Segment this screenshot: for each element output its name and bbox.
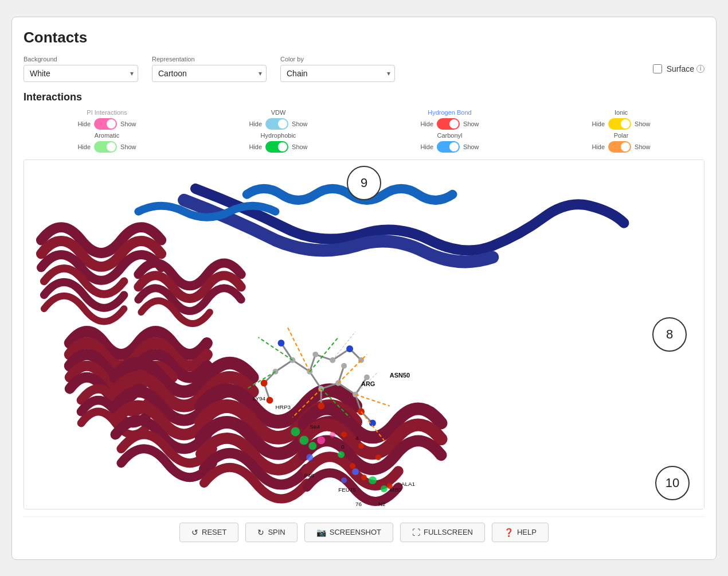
interactions-grid: PI Interactions Hide Show VDW Hide: [24, 109, 704, 153]
surface-label: Surface i: [667, 64, 704, 73]
surface-info-icon[interactable]: i: [696, 65, 704, 73]
hbond-name: Hydrogen Bond: [428, 109, 471, 116]
svg-text:4: 4: [355, 435, 359, 441]
hydrophobic-show-label: Show: [292, 143, 308, 150]
svg-point-72: [341, 431, 347, 437]
colorby-select-wrapper[interactable]: Chain Residue Secondary Structure B-fact…: [280, 65, 395, 82]
svg-point-34: [341, 363, 347, 368]
badge-10: 10: [655, 466, 690, 500]
svg-point-63: [308, 442, 316, 450]
svg-point-25: [312, 351, 318, 357]
vdw-toggle-row: Hide Show: [249, 118, 307, 130]
svg-text:Se4: Se4: [310, 423, 320, 430]
svg-point-32: [346, 345, 353, 352]
ionic-name: Ionic: [615, 109, 628, 116]
svg-point-66: [381, 485, 388, 492]
svg-text:76: 76: [355, 500, 362, 507]
polar-show-label: Show: [635, 143, 651, 150]
representation-control: Representation Cartoon Ball+Stick Surfac…: [152, 56, 267, 82]
aromatic-show-label: Show: [120, 143, 136, 150]
background-select[interactable]: White Black Gray: [24, 65, 138, 82]
viewer-area[interactable]: ARG ASN50 LY94 HRP3 Se4 2. 4 0 P46 FEU75…: [24, 159, 704, 509]
pi-interactions-item: PI Interactions Hide Show: [24, 109, 190, 130]
vdw-toggle[interactable]: [265, 118, 288, 130]
help-button[interactable]: ❓ HELP: [492, 523, 549, 542]
svg-point-18: [273, 368, 279, 374]
svg-text:FEU75: FEU75: [338, 487, 356, 493]
svg-point-28: [267, 396, 273, 403]
carbonyl-show-label: Show: [463, 143, 479, 150]
carbonyl-name: Carbonyl: [437, 132, 462, 139]
svg-point-26: [330, 357, 335, 363]
fullscreen-button[interactable]: ⛶ FULLSCREEN: [400, 523, 485, 542]
hydrophobic-toggle-row: Hide Show: [249, 141, 307, 153]
polar-item: Polar Hide Show: [538, 132, 704, 153]
background-select-wrapper[interactable]: White Black Gray: [24, 65, 138, 82]
ionic-toggle-row: Hide Show: [592, 118, 650, 130]
representation-select-wrapper[interactable]: Cartoon Ball+Stick Surface Ribbon: [152, 65, 267, 82]
ionic-toggle[interactable]: [608, 118, 631, 130]
screenshot-button[interactable]: 📷 SCREENSHOT: [304, 523, 393, 542]
svg-text:LY94: LY94: [253, 395, 266, 401]
svg-point-74: [375, 454, 381, 460]
interactions-section: Interactions PI Interactions Hide Show V…: [24, 91, 704, 153]
aromatic-toggle[interactable]: [94, 141, 117, 153]
page-title: Contacts: [24, 29, 704, 46]
spin-button[interactable]: ↻ SPIN: [245, 523, 297, 542]
polar-toggle-row: Hide Show: [592, 141, 650, 153]
ionic-hide-label: Hide: [592, 120, 605, 127]
polar-hide-label: Hide: [592, 143, 605, 150]
svg-point-62: [299, 435, 308, 445]
hydrophobic-item: Hydrophobic Hide Show: [195, 132, 362, 153]
svg-point-67: [317, 436, 325, 444]
colorby-select[interactable]: Chain Residue Secondary Structure B-fact…: [280, 65, 395, 82]
hbond-hide-label: Hide: [420, 120, 433, 127]
svg-point-27: [261, 379, 268, 386]
aromatic-hide-label: Hide: [77, 143, 91, 150]
svg-text:ARG: ARG: [361, 380, 375, 387]
svg-point-64: [338, 451, 345, 458]
reset-icon: ↺: [191, 528, 198, 537]
surface-group: Surface i: [653, 64, 704, 73]
spin-icon: ↻: [257, 528, 264, 537]
protein-visualization: ARG ASN50 LY94 HRP3 Se4 2. 4 0 P46 FEU75…: [24, 160, 704, 509]
pi-show-label: Show: [120, 120, 136, 127]
vdw-name: VDW: [271, 109, 286, 116]
representation-select[interactable]: Cartoon Ball+Stick Surface Ribbon: [152, 65, 267, 82]
aromatic-name: Aromatic: [95, 132, 119, 139]
svg-text:HRP3: HRP3: [276, 403, 291, 410]
hbond-item: Hydrogen Bond Hide Show: [366, 109, 533, 130]
background-control: Background White Black Gray: [24, 56, 138, 82]
polar-toggle[interactable]: [608, 141, 631, 153]
vdw-item: VDW Hide Show: [195, 109, 362, 130]
ionic-show-label: Show: [635, 120, 651, 127]
svg-point-70: [352, 468, 359, 475]
colorby-control: Color by Chain Residue Secondary Structu…: [280, 56, 395, 82]
svg-point-65: [369, 476, 377, 484]
reset-button[interactable]: ↺ RESET: [179, 523, 238, 542]
badge-9: 9: [347, 166, 381, 200]
svg-point-24: [364, 374, 370, 380]
svg-text:ALA1: ALA1: [401, 481, 416, 487]
svg-point-71: [341, 477, 347, 483]
controls-row: Background White Black Gray Representati…: [24, 56, 704, 82]
carbonyl-toggle[interactable]: [437, 141, 460, 153]
pi-toggle[interactable]: [94, 118, 117, 130]
hydrophobic-toggle[interactable]: [265, 141, 288, 153]
toolbar: ↺ RESET ↻ SPIN 📷 SCREENSHOT ⛶ FULLSCREEN…: [24, 516, 704, 548]
help-icon: ❓: [504, 528, 514, 537]
hbond-toggle[interactable]: [437, 118, 460, 130]
aromatic-toggle-row: Hide Show: [77, 141, 136, 153]
aromatic-item: Aromatic Hide Show: [24, 132, 190, 153]
screenshot-icon: 📷: [316, 528, 326, 537]
surface-checkbox[interactable]: [653, 64, 662, 73]
interactions-title: Interactions: [24, 91, 704, 103]
pi-interactions-name: PI Interactions: [87, 109, 127, 116]
svg-text:ASN50: ASN50: [390, 371, 410, 378]
app-container: Contacts Background White Black Gray Rep…: [11, 17, 717, 560]
representation-label: Representation: [152, 56, 267, 63]
colorby-label: Color by: [280, 56, 395, 63]
vdw-show-label: Show: [292, 120, 308, 127]
svg-text:P46: P46: [304, 472, 314, 478]
svg-point-69: [306, 454, 313, 461]
